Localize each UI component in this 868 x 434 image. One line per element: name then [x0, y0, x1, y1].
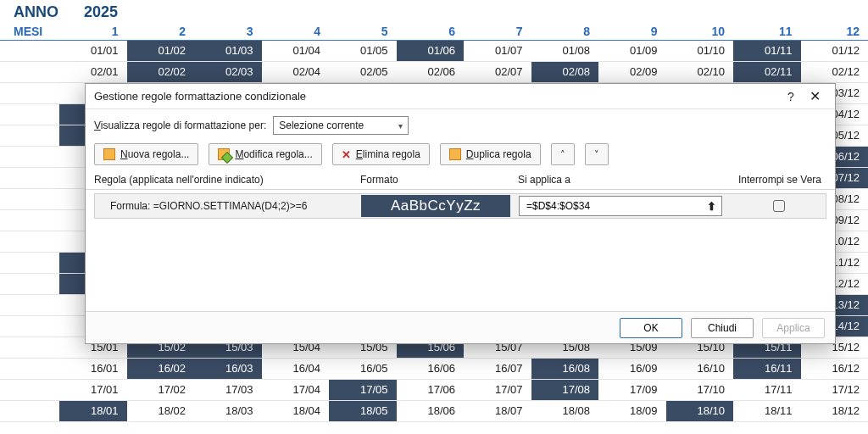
date-cell[interactable]: 16/01 [59, 359, 127, 379]
date-cell[interactable]: 16/06 [397, 359, 465, 379]
date-cell[interactable]: 18/09 [598, 401, 666, 421]
close-button[interactable]: Chiudi [691, 318, 754, 338]
year-value: 2025 [84, 3, 118, 20]
date-cell[interactable]: 01/04 [262, 41, 330, 61]
date-cell[interactable]: 01/07 [464, 41, 531, 61]
date-cell[interactable]: 01/10 [666, 41, 734, 61]
date-cell[interactable]: 17/11 [733, 380, 801, 400]
date-cell[interactable]: 02/12 [801, 62, 869, 82]
date-cell[interactable]: 02/01 [59, 62, 127, 82]
date-cell[interactable]: 01/02 [127, 41, 195, 61]
header-stop: Interrompi se Vera [733, 174, 826, 186]
date-cell[interactable]: 17/07 [464, 380, 531, 400]
applies-to-input-wrap[interactable]: ⬆ [519, 196, 722, 216]
date-cell[interactable]: 01/06 [397, 41, 465, 61]
filter-scope-combo[interactable]: Selezione corrente ▾ [273, 116, 409, 135]
month-header: 12 [801, 23, 869, 40]
date-cell[interactable]: 18/05 [329, 401, 397, 421]
month-header: 6 [397, 23, 465, 40]
filter-label: Visualizza regole di formattazione per: [94, 120, 266, 131]
format-preview: AaBbCcYyZz [361, 195, 510, 217]
header-format: Formato [360, 174, 518, 186]
month-header: 7 [464, 23, 531, 40]
date-cell[interactable]: 17/09 [598, 380, 666, 400]
date-cell[interactable]: 16/10 [666, 359, 734, 379]
delete-rule-button[interactable]: ✕ Elimina regola [332, 143, 430, 165]
year-row: ANNO 2025 [0, 0, 868, 23]
close-icon[interactable]: ✕ [803, 88, 826, 104]
date-cell[interactable]: 02/08 [531, 62, 599, 82]
new-rule-button[interactable]: Nuova regola... [94, 143, 198, 165]
table-row: 01/0101/0201/0301/0401/0501/0601/0701/08… [0, 41, 868, 62]
date-cell[interactable]: 02/06 [397, 62, 465, 82]
date-cell[interactable]: 18/01 [59, 401, 127, 421]
month-header: 2 [127, 23, 195, 40]
date-cell[interactable]: 18/04 [262, 401, 330, 421]
months-header-row: MESI 123456789101112 [0, 23, 868, 41]
date-cell[interactable]: 17/10 [666, 380, 734, 400]
rule-stop-cell [732, 200, 826, 212]
stop-if-true-checkbox[interactable] [773, 200, 785, 212]
date-cell[interactable]: 17/03 [194, 380, 262, 400]
move-down-button[interactable]: ˅ [585, 143, 609, 165]
month-header: 5 [329, 23, 397, 40]
applies-to-input[interactable] [525, 199, 694, 213]
apply-button[interactable]: Applica [762, 318, 825, 338]
date-cell[interactable]: 02/05 [329, 62, 397, 82]
date-cell[interactable]: 16/07 [464, 359, 531, 379]
month-header: 1 [59, 23, 127, 40]
date-cell[interactable]: 17/04 [262, 380, 330, 400]
date-cell[interactable]: 02/07 [464, 62, 531, 82]
new-rule-icon [103, 148, 115, 160]
date-cell[interactable]: 16/08 [531, 359, 599, 379]
rule-row[interactable]: Formula: =GIORNO.SETTIMANA(D4;2)>=6 AaBb… [94, 193, 826, 219]
date-cell[interactable]: 16/03 [194, 359, 262, 379]
duplicate-rule-button[interactable]: Duplica regola [440, 143, 541, 165]
move-up-button[interactable]: ˄ [551, 143, 575, 165]
date-cell[interactable]: 01/09 [598, 41, 666, 61]
date-cell[interactable]: 18/10 [666, 401, 734, 421]
date-cell[interactable]: 17/12 [801, 380, 869, 400]
date-cell[interactable]: 16/11 [733, 359, 801, 379]
date-cell[interactable]: 02/03 [194, 62, 262, 82]
table-row: 16/0116/0216/0316/0416/0516/0616/0716/08… [0, 359, 868, 380]
date-cell[interactable]: 17/01 [59, 380, 127, 400]
date-cell[interactable]: 01/05 [329, 41, 397, 61]
date-cell[interactable]: 18/06 [397, 401, 465, 421]
date-cell[interactable]: 16/09 [598, 359, 666, 379]
date-cell[interactable]: 16/05 [329, 359, 397, 379]
date-cell[interactable]: 17/02 [127, 380, 195, 400]
date-cell[interactable]: 17/08 [531, 380, 599, 400]
filter-row: Visualizza regole di formattazione per: … [86, 109, 835, 142]
date-cell[interactable]: 16/12 [801, 359, 869, 379]
ok-button[interactable]: OK [620, 318, 682, 338]
date-cell[interactable]: 01/12 [801, 41, 869, 61]
date-cell[interactable]: 01/01 [59, 41, 127, 61]
date-cell[interactable]: 18/03 [194, 401, 262, 421]
help-icon[interactable]: ? [779, 90, 803, 103]
table-row: 17/0117/0217/0317/0417/0517/0617/0717/08… [0, 380, 868, 401]
date-cell[interactable]: 02/02 [127, 62, 195, 82]
edit-rule-button[interactable]: Modifica regola... [209, 143, 321, 165]
table-row: 02/0102/0202/0302/0402/0502/0602/0702/08… [0, 62, 868, 83]
date-cell[interactable]: 18/02 [127, 401, 195, 421]
date-cell[interactable]: 17/06 [397, 380, 465, 400]
date-cell[interactable]: 18/07 [464, 401, 531, 421]
date-cell[interactable]: 01/03 [194, 41, 262, 61]
date-cell[interactable]: 17/05 [329, 380, 397, 400]
date-cell[interactable]: 01/11 [733, 41, 801, 61]
date-cell[interactable]: 02/04 [262, 62, 330, 82]
date-cell[interactable]: 01/08 [531, 41, 599, 61]
range-picker-icon[interactable]: ⬆ [707, 200, 716, 213]
date-cell[interactable]: 18/12 [801, 401, 869, 421]
date-cell[interactable]: 18/08 [531, 401, 599, 421]
date-cell[interactable]: 02/10 [666, 62, 734, 82]
table-row: 18/0118/0218/0318/0418/0518/0618/0718/08… [0, 401, 868, 422]
date-cell[interactable]: 02/11 [733, 62, 801, 82]
date-cell[interactable]: 18/11 [733, 401, 801, 421]
date-cell[interactable]: 02/09 [598, 62, 666, 82]
dialog-title: Gestione regole formattazione condiziona… [94, 90, 779, 103]
date-cell[interactable]: 16/04 [262, 359, 330, 379]
date-cell[interactable]: 16/02 [127, 359, 195, 379]
dialog-titlebar: Gestione regole formattazione condiziona… [86, 84, 835, 109]
